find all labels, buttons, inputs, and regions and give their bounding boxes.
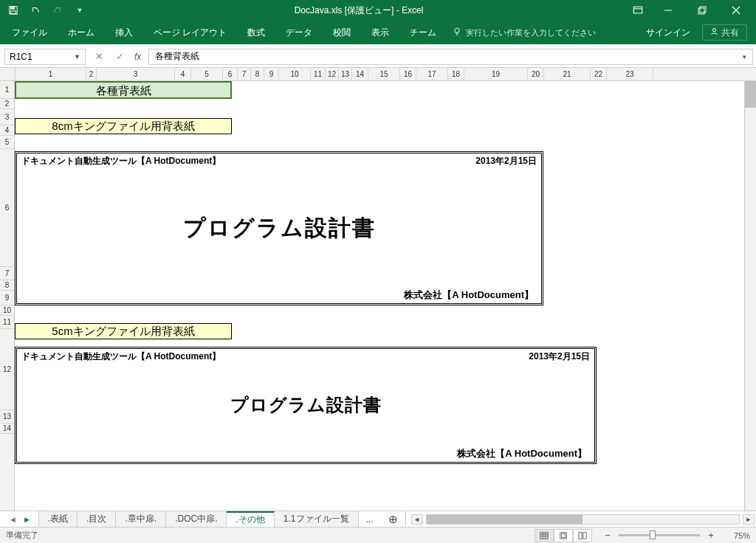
sheet-tab-4[interactable]: .その他	[227, 511, 274, 527]
fx-label[interactable]: fx	[134, 52, 141, 62]
ribbon-tab-7[interactable]: 表示	[361, 21, 399, 44]
row-header[interactable]: 2	[0, 99, 14, 109]
select-all-corner[interactable]	[0, 68, 15, 80]
name-box[interactable]: R1C1 ▼	[4, 49, 86, 65]
tab-nav-next-icon[interactable]: ►	[23, 515, 31, 524]
sheet-tab-3[interactable]: .DOC中扉.	[166, 511, 227, 527]
col-header[interactable]: 21	[544, 68, 591, 80]
col-header[interactable]: 14	[352, 68, 368, 80]
ribbon-display-options-icon[interactable]	[628, 2, 648, 18]
col-header[interactable]: 6	[223, 68, 238, 80]
vertical-scrollbar-thumb[interactable]	[745, 81, 756, 108]
cover1-company[interactable]: 株式会社【A HotDocument】	[17, 287, 541, 303]
row-header[interactable]: 12	[0, 329, 14, 410]
cancel-formula-icon[interactable]: ✕	[93, 51, 105, 63]
col-header[interactable]: 22	[591, 68, 607, 80]
cover2-doc-title[interactable]: プログラム設計書	[17, 364, 594, 446]
col-header[interactable]: 13	[339, 68, 352, 80]
view-normal-icon[interactable]	[535, 529, 554, 542]
col-header[interactable]: 16	[400, 68, 416, 80]
view-page-layout-icon[interactable]	[554, 529, 573, 542]
redo-icon[interactable]	[47, 2, 68, 18]
col-header[interactable]: 23	[607, 68, 653, 80]
row-header[interactable]: 4	[0, 125, 14, 136]
close-button[interactable]	[719, 0, 753, 21]
share-button[interactable]: 共有	[702, 24, 747, 41]
ribbon-tab-2[interactable]: 挿入	[105, 21, 143, 44]
undo-icon[interactable]	[25, 2, 46, 18]
cell-main-title[interactable]: 各種背表紙	[15, 81, 232, 99]
col-header[interactable]: 15	[368, 68, 400, 80]
row-header[interactable]: 11	[0, 316, 14, 329]
sheet-tab-5[interactable]: 1.1ファイル一覧	[275, 511, 359, 527]
col-header[interactable]: 20	[528, 68, 544, 80]
row-header[interactable]: 6	[0, 149, 14, 267]
cover2-tool-name[interactable]: ドキュメント自動生成ツール【A HotDocument】	[21, 350, 221, 363]
view-page-break-icon[interactable]	[573, 529, 592, 542]
col-header[interactable]: 5	[191, 68, 223, 80]
row-header[interactable]: 13	[0, 410, 14, 423]
col-header[interactable]: 8	[251, 68, 264, 80]
zoom-slider[interactable]	[619, 534, 700, 536]
tell-me-search[interactable]: 実行したい作業を入力してください	[447, 27, 602, 38]
sheet-tab-1[interactable]: .目次	[78, 511, 116, 527]
horizontal-scrollbar[interactable]	[426, 514, 740, 525]
col-header[interactable]: 10	[279, 68, 311, 80]
sheet-tab-2[interactable]: .章中扉.	[116, 511, 166, 527]
ribbon-tab-6[interactable]: 校閲	[323, 21, 361, 44]
cell-label-5cm[interactable]: 5cmキングファイル用背表紙	[15, 323, 232, 339]
col-header[interactable]: 3	[97, 68, 175, 80]
cover1-date[interactable]: 2013年2月15日	[475, 155, 537, 167]
sheet-tab-0[interactable]: .表紙	[38, 511, 78, 527]
save-icon[interactable]	[3, 2, 24, 18]
col-header[interactable]: 18	[448, 68, 464, 80]
cover1-tool-name[interactable]: ドキュメント自動生成ツール【A HotDocument】	[21, 155, 221, 167]
row-header[interactable]: 10	[0, 305, 14, 316]
ribbon-tab-4[interactable]: 数式	[237, 21, 275, 44]
cover2-date[interactable]: 2013年2月15日	[529, 350, 590, 363]
col-header[interactable]: 17	[416, 68, 448, 80]
row-header[interactable]: 1	[0, 81, 14, 99]
horizontal-scrollbar-thumb[interactable]	[427, 515, 583, 524]
col-header[interactable]: 2	[86, 68, 97, 80]
row-header[interactable]: 9	[0, 291, 14, 305]
col-header[interactable]: 7	[238, 68, 251, 80]
col-header[interactable]: 19	[464, 68, 528, 80]
col-header[interactable]: 1	[16, 68, 86, 80]
tabs-more[interactable]: ...	[359, 514, 381, 525]
row-header[interactable]: 7	[0, 267, 14, 280]
maximize-button[interactable]	[685, 0, 719, 21]
col-header[interactable]: 12	[326, 68, 339, 80]
window-title: DocJava.xls [保護ビュー] - Excel	[90, 4, 628, 17]
row-header[interactable]: 5	[0, 136, 14, 149]
cell-label-8cm[interactable]: 8cmキングファイル用背表紙	[15, 118, 232, 134]
hscroll-left-icon[interactable]: ◄	[411, 514, 423, 525]
tab-nav-prev-icon[interactable]: ◄	[9, 515, 17, 524]
zoom-in-button[interactable]: +	[706, 530, 716, 541]
cover1-doc-title[interactable]: プログラム設計書	[17, 169, 541, 287]
zoom-out-button[interactable]: −	[602, 530, 613, 541]
col-header[interactable]: 4	[175, 68, 191, 80]
signin-link[interactable]: サインイン	[637, 27, 699, 39]
qat-customize-icon[interactable]: ▼	[69, 2, 90, 18]
ribbon-tab-5[interactable]: データ	[275, 21, 323, 44]
add-sheet-button[interactable]: ⊕	[381, 513, 405, 526]
ribbon-tab-0[interactable]: ファイル	[1, 21, 58, 44]
row-header[interactable]: 14	[0, 423, 14, 434]
minimize-button[interactable]	[651, 0, 685, 21]
cover2-company[interactable]: 株式会社【A HotDocument】	[17, 446, 594, 462]
col-header[interactable]: 11	[311, 68, 326, 80]
formula-bar[interactable]: 各種背表紙 ▾	[148, 49, 753, 65]
vertical-scrollbar[interactable]	[744, 81, 756, 511]
row-header[interactable]: 3	[0, 109, 14, 125]
enter-formula-icon[interactable]: ✓	[114, 51, 126, 63]
row-header[interactable]: 8	[0, 280, 14, 291]
zoom-slider-thumb[interactable]	[650, 530, 656, 539]
ribbon-tab-1[interactable]: ホーム	[58, 21, 105, 44]
col-header[interactable]: 9	[264, 68, 279, 80]
hscroll-right-icon[interactable]: ►	[743, 514, 755, 525]
expand-formula-icon[interactable]: ▾	[743, 53, 746, 60]
zoom-percent[interactable]: 75%	[722, 531, 750, 540]
ribbon-tab-3[interactable]: ページ レイアウト	[143, 21, 237, 44]
ribbon-tab-8[interactable]: チーム	[399, 21, 447, 44]
